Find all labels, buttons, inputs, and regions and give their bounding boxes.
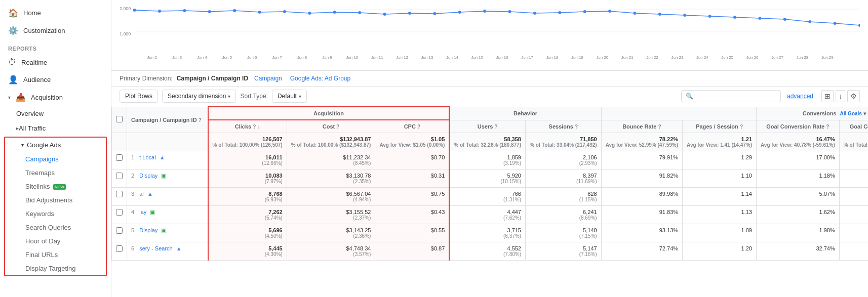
sidebar-item-audience[interactable]: 👤 Audience <box>0 71 111 89</box>
total-users: 58,358 % of Total: 32.26% (180,877) <box>449 133 525 151</box>
row-cpc-3: $0.43 <box>375 206 449 224</box>
campaign-type-icon-1: ▣ <box>161 173 166 179</box>
sessions-col-label: Sessions <box>549 123 573 130</box>
settings-view-button[interactable]: ⚙ <box>847 90 860 102</box>
row-gcr-4: 1.98% <box>757 224 840 242</box>
campaign-name-link-2[interactable]: al <box>139 191 144 197</box>
plot-rows-button[interactable]: Plot Rows <box>120 90 158 103</box>
svg-text:Jun 27: Jun 27 <box>771 55 783 60</box>
sidebar-item-acquisition[interactable]: ▾ 📥 Acquisition <box>0 89 111 106</box>
svg-text:Jun 3: Jun 3 <box>172 55 182 60</box>
sort-default-button[interactable]: Default ▾ <box>272 90 307 103</box>
row-checkbox-1[interactable] <box>116 173 123 179</box>
row-sessions-1: 8,397 (11.69%) <box>525 169 601 188</box>
sidebar-item-all-traffic[interactable]: ▸ All Traffic <box>0 121 111 136</box>
sidebar-item-final-urls[interactable]: Final URLs <box>5 248 106 262</box>
table-row: 2. Display ▣ 10,083 (7.97%) $3,130.78 (2… <box>112 169 869 188</box>
row-checkbox-5[interactable] <box>116 245 123 252</box>
row-checkbox-4[interactable] <box>116 227 123 234</box>
all-goals-selector[interactable]: All Goals <box>840 111 862 116</box>
sidebar-item-sitelinks[interactable]: Sitelinks NEW <box>5 180 106 193</box>
sort-type-label: Sort Type: <box>240 93 267 100</box>
svg-text:Jun 4: Jun 4 <box>197 55 207 60</box>
row-pages-4: 1.09 <box>683 224 757 242</box>
row-checkbox-0[interactable] <box>116 154 123 161</box>
campaign-name-link-4[interactable]: Display <box>139 227 157 233</box>
row-checkbox-2[interactable] <box>116 191 123 197</box>
svg-text:Jun 14: Jun 14 <box>446 55 458 60</box>
total-gcr-value: 16.47% <box>816 136 835 142</box>
help-icon-clicks: ? <box>253 124 256 130</box>
sidebar-item-display-targeting[interactable]: Display Targeting <box>5 262 106 275</box>
new-badge: NEW <box>53 184 66 190</box>
line-chart: 2,000 1,000 <box>120 4 860 60</box>
gcr-header[interactable]: Goal Conversion Rate ? <box>757 120 840 133</box>
sidebar-item-bid-adjustments[interactable]: Bid Adjustments <box>5 193 106 207</box>
sidebar-item-realtime[interactable]: ⏱ Realtime <box>0 54 111 71</box>
row-users-3: 4,447 (7.62%) <box>449 206 525 224</box>
svg-text:1,000: 1,000 <box>120 31 131 36</box>
other-view-button[interactable]: ↓ <box>836 90 845 102</box>
sidebar-item-keywords[interactable]: Keywords <box>5 207 106 221</box>
sidebar-item-treemaps[interactable]: Treemaps <box>5 166 106 180</box>
row-users-1: 5,920 (10.15%) <box>449 169 525 188</box>
ad-group-link[interactable]: Google Ads: Ad Group <box>290 75 350 82</box>
sidebar-item-home[interactable]: 🏠 Home <box>0 4 111 22</box>
sidebar-realtime-label: Realtime <box>21 59 47 66</box>
chart-area: 2,000 1,000 <box>111 0 868 71</box>
svg-text:Jun 25: Jun 25 <box>721 55 733 60</box>
campaign-name-link-5[interactable]: sery - Search <box>139 245 172 251</box>
sidebar-item-customization[interactable]: ⚙️ Customization <box>0 22 111 39</box>
bounce-rate-header[interactable]: Bounce Rate ? <box>601 120 682 133</box>
gc-header[interactable]: Goal Completions ? <box>839 120 868 133</box>
users-header[interactable]: Users ? <box>449 120 525 133</box>
sessions-header[interactable]: Sessions ? <box>525 120 601 133</box>
campaign-header: Campaign / Campaign ID ? <box>127 107 208 133</box>
sidebar-item-google-ads[interactable]: ▾ Google Ads <box>5 138 106 152</box>
svg-text:Jun 18: Jun 18 <box>546 55 559 60</box>
campaign-name-link-3[interactable]: lay <box>139 209 146 215</box>
help-icon-cost: ? <box>336 124 339 130</box>
row-cost-5: $4,748.34 (3.57%) <box>287 242 375 261</box>
campaign-name-link-1[interactable]: Display <box>139 173 157 179</box>
row-pages-1: 1.10 <box>683 169 757 188</box>
pages-session-col-label: Pages / Session <box>696 123 738 130</box>
total-bounce-avg: Avg for View: 52.99% (47.59%) <box>606 142 678 148</box>
campaign-link[interactable]: Campaign <box>254 75 282 82</box>
row-checkbox-3[interactable] <box>116 209 123 216</box>
search-input[interactable] <box>695 93 776 100</box>
row-gc-2: 42 (0.35%) <box>839 188 868 206</box>
total-gc-pct: % of Total: 13.34% (88,699) <box>844 142 868 148</box>
sort-clicks-icon[interactable]: ↓ <box>257 124 260 130</box>
table-row: 3. al ▲ 8,768 (6.93%) $6,567.04 (4.94%) … <box>112 188 869 206</box>
advanced-link[interactable]: advanced <box>787 93 813 100</box>
sidebar-item-overview[interactable]: Overview <box>0 106 111 121</box>
secondary-dimension-button[interactable]: Secondary dimension ▾ <box>162 90 236 103</box>
row-gcr-5: 32.74% <box>757 242 840 261</box>
svg-point-28 <box>733 16 736 19</box>
table-row: 6. sery - Search ▲ 5,445 (4.30%) $4,748.… <box>112 242 869 261</box>
clicks-header[interactable]: Clicks ? ↓ <box>208 120 287 133</box>
table-view-button[interactable]: ⊞ <box>821 90 834 102</box>
sidebar-item-search-queries[interactable]: Search Queries <box>5 221 106 234</box>
help-icon-pages: ? <box>740 124 743 130</box>
bounce-rate-col-label: Bounce Rate <box>622 123 656 130</box>
svg-text:Jun 10: Jun 10 <box>346 55 358 60</box>
primary-dim-label: Primary Dimension: <box>120 75 173 82</box>
campaign-type-icon-2: ▲ <box>147 191 153 197</box>
campaign-name-link-0[interactable]: t Local <box>139 154 155 160</box>
cost-header[interactable]: Cost ? <box>287 120 375 133</box>
total-users-value: 58,358 <box>504 136 521 142</box>
svg-point-16 <box>433 12 436 15</box>
svg-text:Jun 28: Jun 28 <box>797 55 809 60</box>
select-all-checkbox[interactable] <box>116 116 123 122</box>
row-bounce-0: 79.91% <box>601 151 682 169</box>
cpc-header[interactable]: CPC ? <box>375 120 449 133</box>
pages-session-header[interactable]: Pages / Session ? <box>683 120 757 133</box>
sidebar-item-hour-of-day[interactable]: Hour of Day <box>5 234 106 248</box>
conversions-label: Conversions <box>803 110 837 116</box>
sidebar-item-campaigns[interactable]: Campaigns <box>5 152 106 166</box>
total-sessions: 71,850 % of Total: 33.04% (217,492) <box>525 133 601 151</box>
svg-text:Jun 6: Jun 6 <box>247 55 257 60</box>
row-pages-3: 1.13 <box>683 206 757 224</box>
